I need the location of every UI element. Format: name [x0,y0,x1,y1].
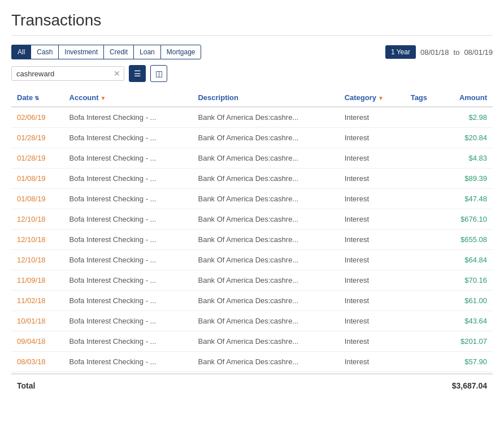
filter-tab-credit[interactable]: Credit [103,45,133,59]
sort-icon-date: ⇅ [34,95,39,101]
cell-account: Bofa Interest Checking - ... [64,250,193,270]
cell-date: 02/06/19 [11,107,64,128]
cell-description: Bank Of America Des:cashre... [192,331,338,352]
filter-tab-cash[interactable]: Cash [31,45,58,59]
table-row[interactable]: 11/02/18Bofa Interest Checking - ...Bank… [11,291,493,311]
col-header-tags: Tags [405,89,442,107]
filter-icon-account[interactable]: ▼ [101,95,106,101]
cell-category: Interest [339,311,405,331]
cell-date: 10/01/18 [11,311,64,331]
cell-tags [405,107,442,128]
cell-tags [405,270,442,291]
cell-category: Interest [339,128,405,148]
filter-tab-investment[interactable]: Investment [58,45,103,59]
cell-tags [405,250,442,270]
cell-tags [405,331,442,352]
cell-date: 12/10/18 [11,209,64,230]
table-row[interactable]: 12/10/18Bofa Interest Checking - ...Bank… [11,209,493,230]
col-header-amount: Amount [441,89,493,107]
cell-tags [405,230,442,250]
col-header-category[interactable]: Category▼ [339,89,405,107]
cell-description: Bank Of America Des:cashre... [192,230,338,250]
cell-description: Bank Of America Des:cashre... [192,352,338,372]
cell-category: Interest [339,270,405,291]
cell-account: Bofa Interest Checking - ... [64,209,193,230]
cell-account: Bofa Interest Checking - ... [64,311,193,331]
cell-tags [405,209,442,230]
clear-search-button[interactable]: ✕ [114,69,120,78]
cell-account: Bofa Interest Checking - ... [64,128,193,148]
filter-tab-mortgage[interactable]: Mortgage [160,45,202,59]
cell-description: Bank Of America Des:cashre... [192,107,338,128]
cell-date: 11/02/18 [11,291,64,311]
page-title: Transactions [11,11,493,36]
cell-description: Bank Of America Des:cashre... [192,148,338,169]
cell-account: Bofa Interest Checking - ... [64,107,193,128]
col-header-account[interactable]: Account▼ [64,89,193,107]
cell-tags [405,169,442,189]
table-row[interactable]: 11/09/18Bofa Interest Checking - ...Bank… [11,270,493,291]
cell-amount: $201.07 [441,331,493,352]
cell-date: 09/04/18 [11,331,64,352]
filter-tabs: AllCashInvestmentCreditLoanMortgage [11,45,201,59]
cell-description: Bank Of America Des:cashre... [192,250,338,270]
col-header-description: Description [192,89,338,107]
table-row[interactable]: 12/10/18Bofa Interest Checking - ...Bank… [11,230,493,250]
cell-date: 08/03/18 [11,352,64,372]
cell-account: Bofa Interest Checking - ... [64,169,193,189]
table-row[interactable]: 09/04/18Bofa Interest Checking - ...Bank… [11,331,493,352]
cell-account: Bofa Interest Checking - ... [64,352,193,372]
col-header-date[interactable]: Date⇅ [11,89,64,107]
to-date: 08/01/19 [464,48,493,57]
cell-date: 01/28/19 [11,148,64,169]
cell-tags [405,291,442,311]
filter-tab-all[interactable]: All [11,45,31,59]
filter-icon-category[interactable]: ▼ [378,95,384,101]
cell-category: Interest [339,107,405,128]
table-row[interactable]: 12/10/18Bofa Interest Checking - ...Bank… [11,250,493,270]
table-row[interactable]: 01/28/19Bofa Interest Checking - ...Bank… [11,148,493,169]
cell-date: 01/08/19 [11,189,64,209]
table-row[interactable]: 02/06/19Bofa Interest Checking - ...Bank… [11,107,493,128]
cell-date: 12/10/18 [11,230,64,250]
cell-account: Bofa Interest Checking - ... [64,291,193,311]
cell-amount: $676.10 [441,209,493,230]
table-row[interactable]: 01/08/19Bofa Interest Checking - ...Bank… [11,189,493,209]
cell-amount: $57.90 [441,352,493,372]
cell-tags [405,189,442,209]
table-row[interactable]: 08/03/18Bofa Interest Checking - ...Bank… [11,352,493,372]
table-row[interactable]: 01/08/19Bofa Interest Checking - ...Bank… [11,169,493,189]
cell-category: Interest [339,148,405,169]
table-row[interactable]: 10/01/18Bofa Interest Checking - ...Bank… [11,311,493,331]
cell-amount: $89.39 [441,169,493,189]
to-label: to [454,48,460,57]
cell-account: Bofa Interest Checking - ... [64,230,193,250]
cell-amount: $2.98 [441,107,493,128]
cell-account: Bofa Interest Checking - ... [64,189,193,209]
cell-tags [405,128,442,148]
cell-account: Bofa Interest Checking - ... [64,148,193,169]
cell-description: Bank Of America Des:cashre... [192,128,338,148]
cell-category: Interest [339,291,405,311]
from-date: 08/01/18 [420,48,449,57]
cell-description: Bank Of America Des:cashre... [192,209,338,230]
cell-description: Bank Of America Des:cashre... [192,270,338,291]
cell-category: Interest [339,352,405,372]
list-view-button[interactable]: ☰ [129,65,146,82]
search-bar: ✕ ☰ ◫ [11,65,493,82]
year-dropdown[interactable]: 1 Year [385,45,416,59]
cell-date: 12/10/18 [11,250,64,270]
cell-category: Interest [339,209,405,230]
cell-description: Bank Of America Des:cashre... [192,189,338,209]
search-input[interactable] [16,70,111,78]
grid-view-button[interactable]: ◫ [150,65,167,82]
filter-tab-loan[interactable]: Loan [133,45,160,59]
cell-amount: $4.83 [441,148,493,169]
cell-tags [405,311,442,331]
cell-description: Bank Of America Des:cashre... [192,169,338,189]
cell-category: Interest [339,230,405,250]
table-row[interactable]: 01/28/19Bofa Interest Checking - ...Bank… [11,128,493,148]
cell-account: Bofa Interest Checking - ... [64,270,193,291]
filter-bar: AllCashInvestmentCreditLoanMortgage 1 Ye… [11,45,493,59]
table-header: Date⇅Account▼DescriptionCategory▼TagsAmo… [11,89,493,107]
